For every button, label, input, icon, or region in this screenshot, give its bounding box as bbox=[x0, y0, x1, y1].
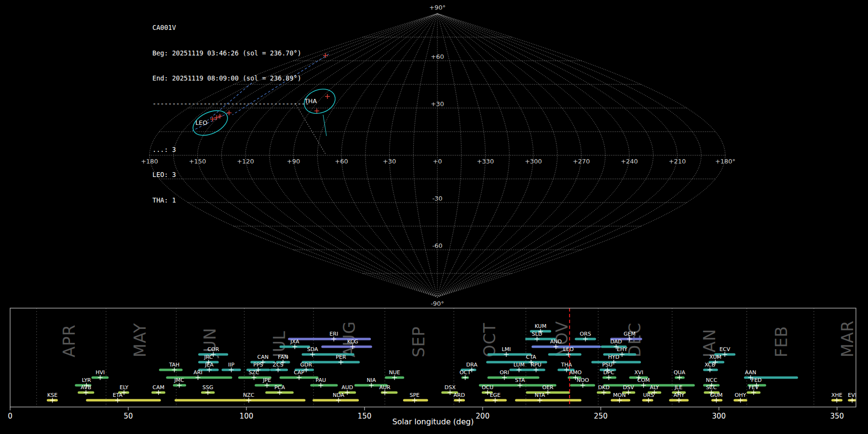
shower-label-PCA: PCA bbox=[274, 384, 285, 391]
shower-label-XVI: XVI bbox=[635, 369, 643, 376]
shower-label-ORI: ORI bbox=[500, 369, 509, 376]
x-axis-label: Solar longitude (deg) bbox=[393, 417, 474, 426]
shower-label-RPU: RPU bbox=[530, 362, 541, 368]
latitude-label: -60 bbox=[432, 242, 442, 249]
shower-label-DAD: DAD bbox=[610, 339, 622, 345]
shower-label-ARD: ARD bbox=[454, 392, 465, 398]
tick-label: 200 bbox=[476, 412, 490, 420]
shower-label-PER: PER bbox=[336, 354, 346, 360]
month-label: MAY bbox=[131, 323, 149, 357]
shower-label-DKD: DKD bbox=[598, 384, 610, 391]
tick-label: 0 bbox=[8, 412, 13, 420]
shower-label-NIA: NIA bbox=[367, 377, 376, 383]
shower-label-DSX: DSX bbox=[445, 384, 456, 391]
shower-label-DSV: DSV bbox=[623, 384, 634, 391]
latitude-label: +30 bbox=[431, 100, 444, 108]
shower-label-TAH: TAH bbox=[169, 362, 180, 368]
shower-label-CTA: CTA bbox=[526, 354, 537, 360]
month-label: FEB bbox=[772, 326, 791, 357]
shower-label-JEA: JEA bbox=[204, 362, 214, 368]
session-end: End: 20251119 08:09:00 (sol = 236.89°) bbox=[152, 74, 309, 83]
activity-timeline: APRMAYJUNJULAUGSEPOCTNOVDECJANFEBMARKUME… bbox=[8, 308, 857, 420]
longitude-label: +30 bbox=[383, 158, 396, 165]
longitude-label: +210 bbox=[669, 158, 686, 165]
shower-label-CAP: CAP bbox=[294, 369, 304, 376]
month-label: MAR bbox=[838, 320, 857, 357]
shower-bar-SDA bbox=[302, 353, 354, 356]
shower-label-QUA: QUA bbox=[674, 369, 686, 376]
shower-bar-LEO bbox=[548, 353, 582, 356]
shower-label-AND: AND bbox=[550, 339, 562, 345]
shower-label-FEV: FEV bbox=[748, 384, 759, 391]
count-tha: THA: 1 bbox=[152, 196, 309, 205]
shower-label-SZC: SZC bbox=[249, 369, 260, 376]
shower-label-LMI: LMI bbox=[502, 346, 511, 353]
shower-label-JXA: JXA bbox=[290, 339, 299, 345]
shower-bar-ORI bbox=[488, 377, 540, 379]
shower-label-NCC: NCC bbox=[706, 377, 718, 383]
month-label: SEP bbox=[409, 326, 428, 357]
divider: ---------------------------------------- bbox=[152, 100, 309, 108]
shower-label-NUE: NUE bbox=[389, 369, 400, 376]
shower-label-GEM: GEM bbox=[624, 331, 636, 337]
shower-label-AUD: AUD bbox=[341, 384, 353, 391]
shower-label-ETA: ETA bbox=[113, 392, 123, 398]
shower-label-DPC: DPC bbox=[603, 369, 614, 376]
shower-bar-NTA bbox=[515, 399, 582, 402]
shower-label-IIP: IIP bbox=[228, 362, 234, 368]
shower-bar-NZC bbox=[175, 399, 305, 402]
shower-label-AVB: AVB bbox=[81, 384, 91, 391]
shower-label-JLE: JLE bbox=[674, 384, 682, 391]
longitude-label: +240 bbox=[621, 158, 638, 165]
shower-label-EVI: EVI bbox=[848, 392, 856, 398]
shower-label-OCU: OCU bbox=[482, 384, 493, 391]
shower-label-GUM: GUM bbox=[710, 392, 722, 398]
shower-label-SCC: SCC bbox=[706, 384, 717, 391]
session-info: CA001V Beg: 20251119 03:46:26 (sol = 236… bbox=[152, 7, 309, 239]
shower-label-JPE: JPE bbox=[262, 377, 271, 383]
longitude-label: +330 bbox=[477, 158, 494, 165]
shower-label-MON: MON bbox=[613, 392, 625, 398]
shower-label-LEO: LEO bbox=[563, 346, 574, 353]
shower-label-OER: OER bbox=[542, 384, 554, 391]
tick-label: 250 bbox=[594, 412, 608, 420]
shower-label-DRA: DRA bbox=[466, 362, 478, 368]
shower-label-HYD: HYD bbox=[608, 354, 619, 360]
shower-label-NZC: NZC bbox=[243, 392, 255, 398]
latitude-label: +60 bbox=[431, 53, 444, 60]
shower-bar-ETA bbox=[86, 399, 161, 402]
shower-label-ECV: ECV bbox=[719, 346, 731, 353]
tick-label: 50 bbox=[123, 412, 133, 420]
month-label: APR bbox=[60, 325, 79, 357]
shower-label-SPE: SPE bbox=[409, 392, 420, 398]
shower-bar-ERI bbox=[288, 338, 371, 340]
shower-label-XHE: XHE bbox=[831, 392, 842, 398]
latitude-label: +90° bbox=[429, 4, 446, 11]
shower-bar-NDA bbox=[312, 399, 359, 402]
shower-label-FED: FED bbox=[751, 377, 762, 383]
shower-label-ALY: ALY bbox=[650, 384, 659, 391]
shower-label-JRC: JRC bbox=[204, 354, 213, 360]
shower-label-URS: URS bbox=[643, 392, 654, 398]
tick-label: 300 bbox=[712, 412, 726, 420]
shower-label-KCG: KCG bbox=[347, 339, 358, 345]
meteor-trail bbox=[323, 115, 326, 136]
shower-label-SDA: SDA bbox=[307, 346, 318, 353]
shower-label-AAN: AAN bbox=[745, 369, 757, 376]
latitude-label: -90° bbox=[431, 300, 444, 307]
shower-label-XUM: XUM bbox=[709, 354, 721, 360]
shower-label-EHY: EHY bbox=[617, 346, 627, 353]
shower-label-THA: THA bbox=[561, 362, 572, 368]
shower-bar-PAU bbox=[310, 384, 338, 387]
shower-label-LYR: LYR bbox=[82, 377, 91, 383]
shower-label-SLD: SLD bbox=[532, 331, 542, 337]
shower-bar-LMI bbox=[488, 353, 532, 356]
count-sporadic: ...: 3 bbox=[152, 146, 309, 154]
shower-label-ORS: ORS bbox=[580, 331, 591, 337]
tick-label: 150 bbox=[358, 412, 372, 420]
shower-label-ARI: ARI bbox=[193, 369, 202, 376]
radiant-plot-screen: CA001V Beg: 20251119 03:46:26 (sol = 236… bbox=[0, 0, 868, 434]
shower-label-ZCS: ZCS bbox=[272, 362, 283, 368]
shower-label-FAN: FAN bbox=[278, 354, 288, 360]
tick-label: 100 bbox=[240, 412, 254, 420]
